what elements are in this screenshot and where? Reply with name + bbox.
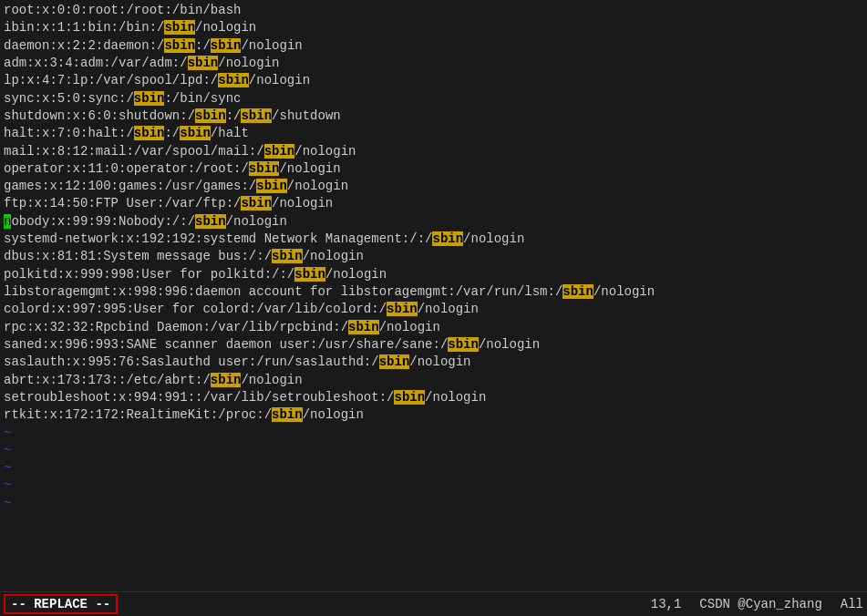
terminal-line: ~ bbox=[4, 477, 863, 494]
terminal-line: halt:x:7:0:halt:/sbin:/sbin/halt bbox=[4, 125, 863, 142]
position-info: 13,1CSDN @Cyan_zhangAll bbox=[651, 597, 863, 611]
terminal-line: ~ bbox=[4, 425, 863, 442]
terminal-line: mail:x:8:12:mail:/var/spool/mail:/sbin/n… bbox=[4, 143, 863, 160]
cursor-position: 13,1 bbox=[651, 597, 682, 611]
terminal-line: rpc:x:32:32:Rpcbind Daemon:/var/lib/rpcb… bbox=[4, 319, 863, 336]
terminal-line: dbus:x:81:81:System message bus:/:/sbin/… bbox=[4, 248, 863, 265]
terminal-line: games:x:12:100:games:/usr/games:/sbin/no… bbox=[4, 178, 863, 195]
terminal-line: ~ bbox=[4, 459, 863, 477]
terminal-output: root:x:0:0:root:/root:/bin/bashibin:x:1:… bbox=[0, 0, 867, 591]
terminal-line: libstoragemgmt:x:998:996:daemon account … bbox=[4, 283, 863, 301]
terminal-line: systemd-network:x:192:192:systemd Networ… bbox=[4, 231, 863, 248]
terminal-line: adm:x:3:4:adm:/var/adm:/sbin/nologin bbox=[4, 55, 863, 72]
terminal-line: rtkit:x:172:172:RealtimeKit:/proc:/sbin/… bbox=[4, 406, 863, 424]
terminal-line: ibin:x:1:1:bin:/bin:/sbin/nologin bbox=[4, 19, 863, 36]
terminal-line: operator:x:11:0:operator:/root:/sbin/nol… bbox=[4, 160, 863, 178]
terminal-line: ~ bbox=[4, 495, 863, 512]
terminal-line: lp:x:4:7:lp:/var/spool/lpd:/sbin/nologin bbox=[4, 72, 863, 89]
terminal-line: setroubleshoot:x:994:991::/var/lib/setro… bbox=[4, 389, 863, 406]
terminal-line: saslauth:x:995:76:Saslauthd user:/run/sa… bbox=[4, 354, 863, 371]
terminal-line: saned:x:996:993:SANE scanner daemon user… bbox=[4, 336, 863, 354]
terminal-line: abrt:x:173:173::/etc/abrt:/sbin/nologin bbox=[4, 372, 863, 389]
terminal-line: shutdown:x:6:0:shutdown:/sbin:/sbin/shut… bbox=[4, 108, 863, 125]
terminal-line: polkitd:x:999:998:User for polkitd:/:/sb… bbox=[4, 266, 863, 283]
status-bar: -- REPLACE -- 13,1CSDN @Cyan_zhangAll bbox=[0, 591, 867, 616]
terminal-line: daemon:x:2:2:daemon:/sbin:/sbin/nologin bbox=[4, 37, 863, 55]
terminal-line: colord:x:997:995:User for colord:/var/li… bbox=[4, 301, 863, 318]
terminal-line: ftp:x:14:50:FTP User:/var/ftp:/sbin/nolo… bbox=[4, 195, 863, 212]
terminal-line: sync:x:5:0:sync:/sbin:/bin/sync bbox=[4, 90, 863, 108]
terminal-line: nobody:x:99:99:Nobody:/:/sbin/nologin bbox=[4, 213, 863, 231]
terminal-line: ~ bbox=[4, 442, 863, 459]
terminal-line: root:x:0:0:root:/root:/bin/bash bbox=[4, 2, 863, 19]
vim-mode-indicator: -- REPLACE -- bbox=[4, 594, 118, 614]
